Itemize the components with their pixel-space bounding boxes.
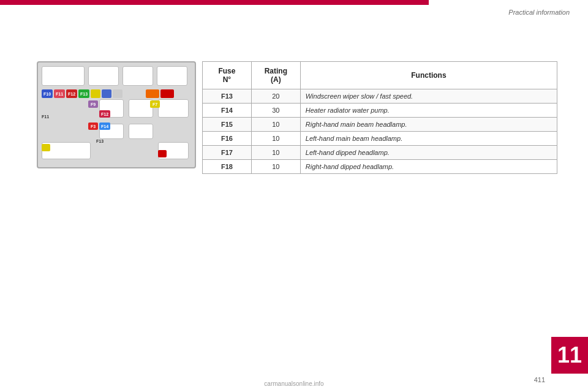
cell-function: Heater radiator water pump. xyxy=(300,104,557,118)
cell-fuse: F13 xyxy=(203,89,252,104)
fuse-f11a: F11 xyxy=(54,89,65,98)
cell-rating: 10 xyxy=(251,146,300,160)
header-title: Practical information xyxy=(508,9,570,16)
cell-function: Windscreen wiper slow / fast speed. xyxy=(300,89,557,104)
fuse-orange xyxy=(146,89,159,98)
cell-fuse: F15 xyxy=(203,118,252,132)
page-header: Practical information xyxy=(508,9,570,16)
block-6 xyxy=(129,99,153,118)
fuse-small-red xyxy=(158,150,167,157)
fuse-f12b: F12 xyxy=(99,110,110,118)
cell-fuse: F16 xyxy=(203,132,252,146)
block-9 xyxy=(129,124,153,139)
fuse-gray xyxy=(113,89,123,98)
col-header-fuse: FuseN° xyxy=(203,62,252,89)
cell-function: Right-hand main beam headlamp. xyxy=(300,118,557,132)
block-1 xyxy=(42,66,85,86)
fuse-f14: F14 xyxy=(99,123,110,130)
cell-rating: 10 xyxy=(251,132,300,146)
cell-function: Left-hand dipped headlamp. xyxy=(300,146,557,160)
cell-rating: 30 xyxy=(251,104,300,118)
table-row: F13 20 Windscreen wiper slow / fast spee… xyxy=(203,89,557,104)
top-bar xyxy=(0,0,429,5)
chapter-badge: 11 xyxy=(551,337,588,374)
fuse-f3: F3 xyxy=(88,123,98,130)
fuse-blue2 xyxy=(102,89,111,98)
website-footer: carmanualsonline.info xyxy=(264,380,323,387)
block-7 xyxy=(158,99,189,118)
col-header-functions: Functions xyxy=(300,62,557,89)
cell-rating: 10 xyxy=(251,160,300,174)
fuse-f10: F10 xyxy=(42,89,53,98)
label-f11: F11 xyxy=(42,115,49,119)
cell-fuse: F17 xyxy=(203,146,252,160)
fuse-f13a: F13 xyxy=(78,89,89,98)
fuse-small-yellow xyxy=(42,144,50,151)
fuse-f9: F9 xyxy=(88,100,98,108)
block-3 xyxy=(123,66,153,86)
fuse-f7: F7 xyxy=(150,100,160,108)
cell-function: Left-hand main beam headlamp. xyxy=(300,132,557,146)
fuse-table: FuseN° Rating(A) Functions F13 20 Windsc… xyxy=(202,61,557,174)
col-header-rating: Rating(A) xyxy=(251,62,300,89)
label-f13b: F13 xyxy=(96,139,104,143)
cell-function: Right-hand dipped headlamp. xyxy=(300,160,557,174)
cell-fuse: F18 xyxy=(203,160,252,174)
table-row: F18 10 Right-hand dipped headlamp. xyxy=(203,160,557,174)
page-number: 411 xyxy=(534,376,545,383)
fuse-red2 xyxy=(160,89,174,98)
table-row: F17 10 Left-hand dipped headlamp. xyxy=(203,146,557,160)
cell-rating: 10 xyxy=(251,118,300,132)
table-row: F14 30 Heater radiator water pump. xyxy=(203,104,557,118)
fuse-diagram-inner: F10 F11 F12 F13 F9 F7 F3 F12 F14 F11 F13 xyxy=(38,62,195,167)
block-2 xyxy=(88,66,119,86)
fuse-f12a: F12 xyxy=(66,89,77,98)
block-4 xyxy=(157,66,187,86)
chapter-number: 11 xyxy=(557,342,582,368)
fuse-yellow xyxy=(91,89,100,98)
cell-rating: 20 xyxy=(251,89,300,104)
table-row: F16 10 Left-hand main beam headlamp. xyxy=(203,132,557,146)
fuse-diagram: F10 F11 F12 F13 F9 F7 F3 F12 F14 F11 F13 xyxy=(37,61,196,168)
fuse-table-wrapper: FuseN° Rating(A) Functions F13 20 Windsc… xyxy=(202,61,557,174)
table-row: F15 10 Right-hand main beam headlamp. xyxy=(203,118,557,132)
cell-fuse: F14 xyxy=(203,104,252,118)
